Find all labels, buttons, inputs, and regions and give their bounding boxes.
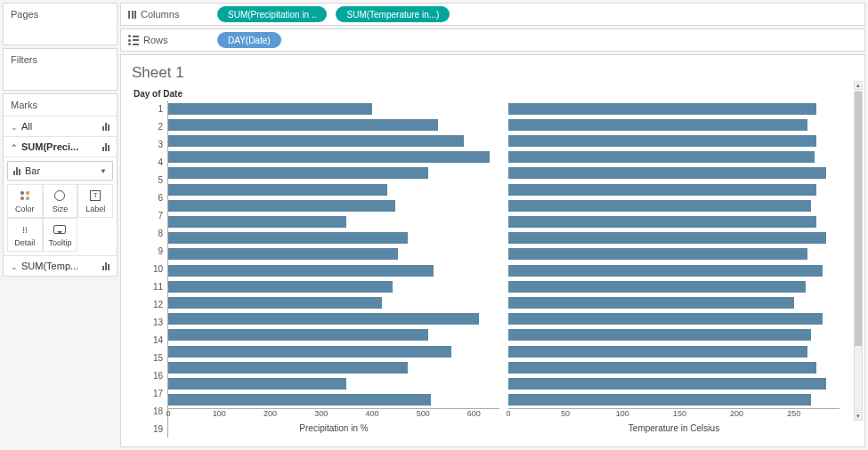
data-bar[interactable] <box>508 313 823 325</box>
bar-row <box>168 100 499 117</box>
tooltip-label: Tooltip <box>48 238 71 247</box>
data-bar[interactable] <box>168 297 382 309</box>
data-bar[interactable] <box>508 167 826 179</box>
tooltip-button[interactable]: Tooltip <box>43 218 78 252</box>
marks-precip-row[interactable]: ⌃SUM(Preci... <box>4 137 117 157</box>
color-button[interactable]: Color <box>7 184 43 218</box>
data-bar[interactable] <box>168 151 490 163</box>
data-bar[interactable] <box>508 297 794 309</box>
data-bar[interactable] <box>508 281 806 293</box>
label-button[interactable]: T Label <box>77 184 113 218</box>
bar-row <box>508 181 840 197</box>
y-tick-label: 16 <box>132 366 167 384</box>
bar-row <box>168 246 499 262</box>
data-bar[interactable] <box>168 362 408 374</box>
data-bar[interactable] <box>168 248 398 260</box>
data-bar[interactable] <box>508 329 811 341</box>
x-tick-label: 100 <box>213 409 226 418</box>
x-tick-label: 50 <box>561 409 570 418</box>
data-bar[interactable] <box>508 135 816 147</box>
bar-row <box>168 117 499 133</box>
data-bar[interactable] <box>168 281 393 293</box>
data-bar[interactable] <box>508 394 811 406</box>
data-bar[interactable] <box>508 362 816 374</box>
mark-type-label: Bar <box>25 165 40 176</box>
data-bar[interactable] <box>168 184 387 196</box>
mark-type-dropdown[interactable]: Bar ▼ <box>7 161 113 181</box>
data-bar[interactable] <box>168 216 346 228</box>
bar-row <box>168 230 499 246</box>
filters-shelf[interactable]: Filters <box>3 48 118 91</box>
data-bar[interactable] <box>168 265 434 277</box>
columns-shelf[interactable]: Columns SUM(Precipitation in .. SUM(Temp… <box>120 3 865 26</box>
data-bar[interactable] <box>168 167 428 179</box>
bar-row <box>508 117 840 133</box>
rows-shelf[interactable]: Rows DAY(Date) <box>120 28 865 52</box>
data-bar[interactable] <box>168 119 438 131</box>
data-bar[interactable] <box>508 119 807 131</box>
rows-label: Rows <box>143 35 168 45</box>
x-tick-label: 250 <box>787 409 800 418</box>
scrollbar-track[interactable] <box>854 91 863 411</box>
bar-chart-icon <box>13 167 20 175</box>
rows-icon <box>128 35 139 45</box>
data-bar[interactable] <box>168 394 431 406</box>
plot-1: 050100150200250Temperature in Celsius <box>508 100 840 438</box>
data-bar[interactable] <box>508 216 816 228</box>
scrollbar-thumb[interactable] <box>855 92 862 346</box>
size-button[interactable]: Size <box>43 184 78 218</box>
data-bar[interactable] <box>168 378 346 390</box>
y-tick-label: 10 <box>132 261 167 278</box>
scroll-up-button[interactable]: ▴ <box>854 81 863 90</box>
columns-label: Columns <box>141 9 179 20</box>
y-tick-label: 15 <box>132 349 167 366</box>
marks-all-row[interactable]: ⌄All <box>4 117 117 137</box>
columns-pill-temp[interactable]: SUM(Temperature in...) <box>336 6 450 22</box>
data-bar[interactable] <box>508 248 807 260</box>
y-tick-label: 4 <box>132 154 167 172</box>
bar-row <box>508 133 840 149</box>
x-tick-label: 150 <box>673 409 686 418</box>
label-label: Label <box>85 205 105 213</box>
bar-chart-icon <box>102 123 110 131</box>
x-tick-label: 600 <box>467 409 481 418</box>
scroll-down-button[interactable]: ▾ <box>854 412 863 421</box>
pages-shelf[interactable]: Pages <box>3 3 118 45</box>
data-bar[interactable] <box>508 346 807 358</box>
bar-row <box>508 100 840 117</box>
y-tick-label: 17 <box>132 384 167 402</box>
bar-row <box>508 149 840 165</box>
y-tick-label: 9 <box>132 243 167 261</box>
data-bar[interactable] <box>168 200 395 212</box>
data-bar[interactable] <box>508 184 816 196</box>
x-tick-label: 100 <box>616 409 629 418</box>
chevron-down-icon: ⌄ <box>11 262 18 271</box>
data-bar[interactable] <box>168 135 464 147</box>
columns-pill-precip[interactable]: SUM(Precipitation in .. <box>217 6 327 22</box>
bars-area <box>508 100 840 409</box>
y-tick-label: 3 <box>132 136 167 154</box>
data-bar[interactable] <box>168 346 451 358</box>
bar-row <box>508 278 840 294</box>
detail-button[interactable]: ⁞⁞ Detail <box>7 218 43 252</box>
data-bar[interactable] <box>168 232 408 244</box>
data-bar[interactable] <box>508 200 811 212</box>
data-bar[interactable] <box>508 378 826 390</box>
bar-row <box>168 375 499 391</box>
bar-row <box>168 343 499 359</box>
rows-pill-date[interactable]: DAY(Date) <box>217 32 281 48</box>
data-bar[interactable] <box>168 313 479 325</box>
data-bar[interactable] <box>168 103 372 115</box>
chevron-up-icon: ⌃ <box>11 143 18 152</box>
data-bar[interactable] <box>508 151 815 163</box>
data-bar[interactable] <box>508 103 816 115</box>
marks-temp-row[interactable]: ⌄SUM(Temp... <box>4 255 117 276</box>
color-icon <box>20 191 29 200</box>
data-bar[interactable] <box>508 265 823 277</box>
bar-chart-icon <box>102 262 110 270</box>
data-bar[interactable] <box>508 232 826 244</box>
data-bar[interactable] <box>168 329 428 341</box>
bar-row <box>168 213 499 229</box>
x-axis: 0100200300400500600Precipitation in % <box>168 409 499 438</box>
bar-row <box>508 246 840 262</box>
